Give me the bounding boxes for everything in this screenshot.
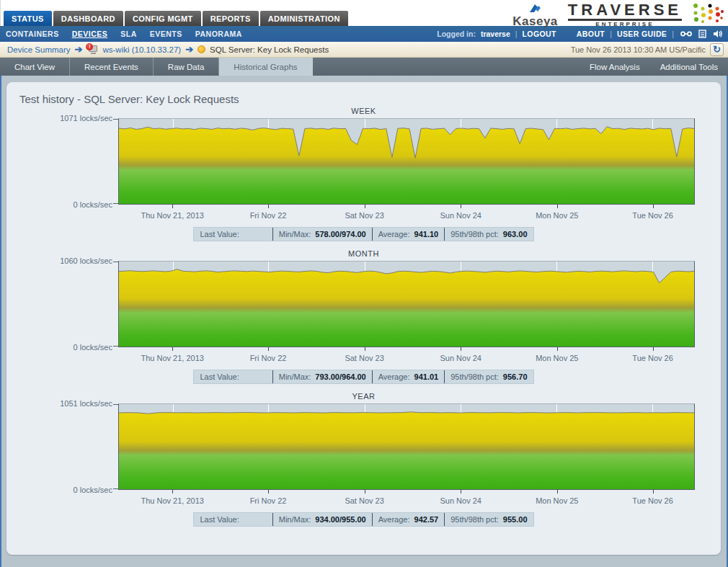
x-tick-label: Tue Nov 26 [632, 211, 672, 220]
subnav-user-area: Logged in: traverse | LOGOUT ABOUT | USE… [437, 30, 722, 38]
plot-area-week [118, 118, 695, 205]
tab-historical-graphs[interactable]: Historical Graphs [219, 58, 312, 76]
app-header: STATUS DASHBOARD CONFIG MGMT REPORTS ADM… [0, 0, 728, 26]
y-axis-min-label: 0 locks/sec [74, 200, 112, 209]
x-tick-mark [653, 347, 654, 351]
chart-week: WEEK 1071 locks/sec 0 locks/sec [6, 107, 721, 241]
x-tick-mark [268, 205, 269, 208]
chart-month: MONTH 1060 locks/sec 0 locks/sec [6, 249, 721, 384]
x-tick-mark [461, 205, 461, 208]
stat-value: 963.00 [503, 230, 528, 238]
subnav-containers[interactable]: CONTAINERS [6, 30, 59, 38]
stat-value: 793.00/964.00 [315, 372, 365, 381]
logged-in-label: Logged in: [437, 30, 476, 38]
tab-raw-data[interactable]: Raw Data [154, 58, 220, 76]
stat-label: Average: [378, 372, 410, 381]
chart-year: YEAR 1051 locks/sec 0 locks/sec [6, 392, 721, 527]
tab-recent-events[interactable]: Recent Events [70, 58, 154, 76]
stat-value: 934.00/955.00 [315, 515, 365, 524]
refresh-button[interactable]: ↻ [710, 43, 724, 56]
warning-status-icon [197, 45, 205, 53]
tab-chart-view[interactable]: Chart View [0, 58, 70, 76]
stat-label: Min/Max: [279, 230, 311, 238]
stat-label: 95th/98th pct: [450, 230, 499, 238]
stat-label: Average: [378, 515, 410, 524]
username: traverse [481, 30, 510, 38]
stat-label: Last Value: [200, 515, 239, 524]
subnav-items: CONTAINERS DEVICES SLA EVENTS PANORAMA [6, 30, 242, 38]
x-tick-mark [172, 347, 173, 351]
x-tick-mark [461, 347, 461, 351]
breadcrumb-bar: Device Summary ➔ ! ws-wiki (10.10.33.27)… [0, 42, 728, 58]
breadcrumb-arrow-icon: ➔ [75, 44, 83, 55]
speaker-icon[interactable] [713, 30, 722, 38]
stat-value: 578.00/974.00 [315, 230, 365, 238]
tab-administration[interactable]: ADMINISTRATION [260, 11, 348, 26]
tab-additional-tools[interactable]: Additional Tools [650, 58, 728, 76]
stat-label: Min/Max: [279, 372, 311, 381]
content-panel: Test history - SQL Server: Key Lock Requ… [6, 82, 721, 555]
stat-label: 95th/98th pct: [450, 515, 499, 524]
tab-reports[interactable]: REPORTS [203, 11, 259, 26]
breadcrumb: Device Summary ➔ ! ws-wiki (10.10.33.27)… [7, 44, 329, 55]
breadcrumb-device-link[interactable]: ws-wiki (10.10.33.27) [102, 45, 181, 54]
x-tick-mark [365, 205, 365, 208]
main-nav-tabs: STATUS DASHBOARD CONFIG MGMT REPORTS ADM… [4, 11, 348, 26]
breadcrumb-right: Tue Nov 26 2013 10:30 AM US/Pacific ↻ [571, 43, 724, 56]
subnav-panorama[interactable]: PANORAMA [195, 30, 242, 38]
x-tick-mark [461, 490, 461, 494]
x-tick-mark [268, 347, 269, 351]
x-tick-label: Sat Nov 23 [345, 496, 383, 505]
chart-month-title: MONTH [6, 249, 721, 258]
stat-label: Last Value: [200, 372, 239, 381]
page-title: Test history - SQL Server: Key Lock Requ… [19, 93, 721, 105]
tab-flow-analysis[interactable]: Flow Analysis [580, 58, 650, 76]
stats-bar-year: Last Value: Min/Max:934.00/955.00 Averag… [193, 512, 533, 527]
plot-area-year [118, 403, 695, 490]
x-tick-label: Sat Nov 23 [345, 354, 383, 362]
y-axis-max-label: 1060 locks/sec [60, 256, 112, 265]
x-tick-mark [653, 490, 654, 494]
traverse-edition-text: ENTERPRISE [595, 22, 654, 27]
kaseya-logo: Kaseya [512, 4, 558, 27]
link-icon[interactable] [680, 30, 692, 37]
subnav-devices[interactable]: DEVICES [72, 30, 108, 38]
tab-status[interactable]: STATUS [4, 11, 52, 26]
x-tick-mark [653, 205, 654, 208]
tab-dashboard[interactable]: DASHBOARD [53, 11, 123, 26]
subnav-sla[interactable]: SLA [120, 30, 137, 38]
traverse-logo-text: TRAVERSE [568, 2, 682, 21]
plot-area-month [118, 261, 695, 347]
y-axis-max-label: 1051 locks/sec [60, 399, 112, 408]
logout-link[interactable]: LOGOUT [523, 30, 556, 38]
kaseya-logo-text: Kaseya [512, 15, 558, 27]
x-tick-label: Thu Nov 21, 2013 [141, 211, 203, 220]
stat-value: 941.10 [414, 230, 439, 238]
stat-label: Last Value: [200, 230, 239, 238]
stat-value: 942.57 [414, 515, 439, 524]
stat-value: 941.01 [414, 372, 439, 381]
current-timestamp: Tue Nov 26 2013 10:30 AM US/Pacific [571, 45, 706, 54]
stats-bar-week: Last Value: Min/Max:578.00/974.00 Averag… [193, 227, 533, 241]
x-tick-mark [172, 205, 173, 208]
x-tick-label: Tue Nov 26 [632, 354, 672, 362]
x-tick-mark [557, 490, 558, 494]
document-icon[interactable] [698, 30, 706, 38]
breadcrumb-device-summary[interactable]: Device Summary [7, 45, 71, 54]
tab-config-mgmt[interactable]: CONFIG MGMT [125, 11, 201, 26]
x-tick-label: Fri Nov 22 [250, 211, 287, 220]
x-axis-week: Thu Nov 21, 2013Fri Nov 22Sat Nov 23Sun … [118, 205, 695, 227]
main-content-area: Test history - SQL Server: Key Lock Requ… [0, 76, 728, 566]
separator: | [515, 30, 518, 38]
traverse-logo: TRAVERSE ENTERPRISE [568, 2, 682, 27]
subnav-events[interactable]: EVENTS [150, 30, 182, 38]
chart-year-title: YEAR [6, 392, 721, 401]
subnav-bar: CONTAINERS DEVICES SLA EVENTS PANORAMA L… [0, 26, 728, 42]
x-tick-label: Tue Nov 26 [632, 496, 672, 505]
user-guide-link[interactable]: USER GUIDE [617, 30, 667, 38]
x-tick-label: Sun Nov 24 [440, 354, 481, 362]
separator: | [610, 30, 612, 38]
about-link[interactable]: ABOUT [577, 30, 605, 38]
x-tick-mark [557, 347, 558, 351]
x-tick-label: Mon Nov 25 [536, 211, 578, 220]
